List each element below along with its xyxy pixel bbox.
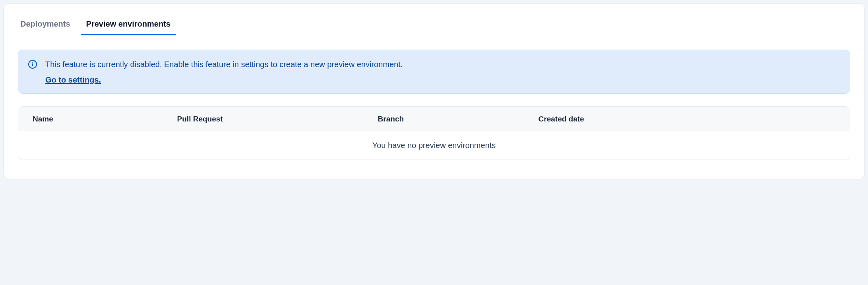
column-header-created-date: Created date — [539, 115, 835, 123]
environments-table: Name Pull Request Branch Created date Yo… — [18, 106, 850, 160]
column-header-pull-request: Pull Request — [177, 115, 378, 123]
tab-bar: Deployments Preview environments — [18, 16, 850, 35]
banner-message: This feature is currently disabled. Enab… — [45, 59, 840, 70]
column-header-name: Name — [33, 115, 177, 123]
banner-content: This feature is currently disabled. Enab… — [45, 59, 840, 85]
info-banner: This feature is currently disabled. Enab… — [18, 50, 850, 94]
tab-deployments[interactable]: Deployments — [18, 16, 73, 35]
svg-point-2 — [32, 62, 33, 63]
tab-preview-environments[interactable]: Preview environments — [84, 16, 173, 35]
empty-state-message: You have no preview environments — [18, 131, 850, 160]
main-card: Deployments Preview environments This fe… — [3, 3, 865, 179]
column-header-branch: Branch — [378, 115, 539, 123]
info-icon — [28, 60, 37, 69]
table-header-row: Name Pull Request Branch Created date — [18, 107, 850, 131]
go-to-settings-link[interactable]: Go to settings. — [45, 75, 101, 85]
